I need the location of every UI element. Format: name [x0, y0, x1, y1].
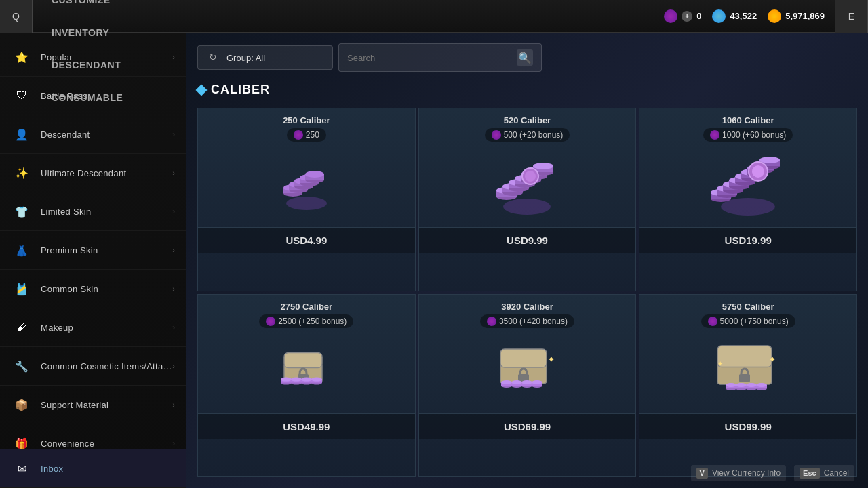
svg-point-106 [726, 383, 736, 387]
currency-value-blue: 43,522 [730, 11, 757, 21]
top-nav: Q ShopBattle PassCustomizeInventoryDesce… [0, 0, 868, 33]
nav-tab-customize[interactable]: Customize [33, 0, 142, 16]
section-diamond-icon [196, 84, 208, 96]
item-visual-5750-caliber: ✦ ✦ [639, 332, 856, 413]
svg-rect-71 [284, 352, 322, 367]
item-card-250-caliber[interactable]: 250 Caliber 250 [197, 108, 416, 291]
item-price-badge-5750-caliber: 5000 (+750 bonus) [701, 314, 795, 328]
item-card-520-caliber[interactable]: 520 Caliber 500 (+20 bonus) [418, 108, 637, 291]
item-card-1060-caliber[interactable]: 1060 Caliber 1000 (+60 bonus) [639, 108, 857, 291]
sidebar-icon-battlepass: 🛡 [11, 85, 33, 106]
nav-tab-inventory[interactable]: Inventory [33, 16, 142, 49]
currency-add-purple[interactable]: + [682, 11, 692, 22]
search-button[interactable]: 🔍 [517, 49, 533, 66]
nav-tab-descendant[interactable]: Descendant [33, 49, 142, 81]
cancel-key: Esc [800, 468, 820, 479]
coin-icon-3920-caliber [487, 317, 496, 326]
item-price-footer-3920-caliber: USD69.99 [419, 413, 636, 439]
sidebar-icon-convenience: 🎁 [11, 432, 33, 449]
svg-rect-103 [739, 374, 750, 382]
section-title: Caliber [211, 83, 270, 97]
item-name-3920-caliber: 3920 Caliber [426, 302, 629, 312]
sidebar-chevron-popular: › [172, 53, 175, 61]
sidebar-icon-premium-skin: 👗 [11, 239, 33, 261]
sidebar-chevron-makeup: › [172, 323, 175, 331]
item-name-520-caliber: 520 Caliber [426, 115, 629, 125]
sidebar-icon-ultimate-descendant: ✨ [11, 162, 33, 184]
svg-point-93 [511, 380, 522, 384]
item-card-top-5750-caliber: 5750 Caliber 5000 (+750 bonus) [639, 295, 856, 332]
refresh-icon: ↻ [209, 52, 221, 64]
sidebar-label-limited-skin: Limited Skin [41, 207, 172, 217]
svg-point-16 [503, 199, 551, 215]
svg-point-99 [532, 380, 542, 384]
search-container: 🔍 [338, 43, 542, 72]
sidebar-item-limited-skin[interactable]: 👕 Limited Skin › [0, 192, 186, 231]
sidebar-item-cosmetic-items[interactable]: 🔧 Common Cosmetic Items/Atta… › [0, 347, 186, 386]
item-card-3920-caliber[interactable]: 3920 Caliber 3500 (+420 bonus) [418, 294, 637, 478]
sidebar-icon-limited-skin: 👕 [11, 201, 33, 222]
sidebar-label-descendant: Descendant [41, 129, 172, 140]
sidebar-item-ultimate-descendant[interactable]: ✨ Ultimate Descendant › [0, 154, 186, 192]
item-price-footer-2750-caliber: USD49.99 [198, 413, 415, 439]
sidebar-label-ultimate-descendant: Ultimate Descendant [41, 168, 172, 178]
svg-point-96 [521, 380, 532, 384]
svg-point-81 [301, 377, 312, 381]
svg-point-15 [305, 171, 324, 178]
currency-blue: 43,522 [712, 9, 757, 23]
sidebar-label-makeup: Makeup [41, 323, 172, 333]
currency-value-gold: 5,971,869 [785, 11, 825, 21]
item-price-badge-2750-caliber: 2500 (+250 bonus) [259, 314, 353, 328]
sidebar-icon-support-material: 📦 [11, 394, 33, 415]
coin-icon-250-caliber [294, 130, 303, 140]
content-area: ↻ Group: All 🔍 Caliber 250 Caliber 250 [186, 33, 868, 488]
group-filter-button[interactable]: ↻ Group: All [197, 45, 333, 70]
item-name-2750-caliber: 2750 Caliber [205, 302, 408, 312]
filter-bar: ↻ Group: All 🔍 [197, 43, 857, 72]
svg-point-75 [281, 377, 292, 381]
item-price-footer-5750-caliber: USD99.99 [639, 413, 856, 439]
item-price-footer-520-caliber: USD9.99 [419, 227, 636, 253]
item-card-2750-caliber[interactable]: 2750 Caliber 2500 (+250 bonus) [197, 294, 416, 478]
inbox-icon: ✉ [11, 458, 33, 479]
item-visual-3920-caliber: ✦ [419, 332, 636, 413]
item-price-footer-1060-caliber: USD19.99 [639, 227, 856, 253]
currency-gold: 5,971,869 [768, 9, 825, 23]
search-input[interactable] [347, 53, 517, 63]
svg-point-90 [501, 380, 512, 384]
nav-right-icon[interactable]: E [835, 0, 868, 33]
sidebar-item-descendant[interactable]: 👤 Descendant › [0, 115, 186, 154]
item-card-top-520-caliber: 520 Caliber 500 (+20 bonus) [419, 108, 636, 146]
sidebar-item-premium-skin[interactable]: 👗 Premium Skin › [0, 231, 186, 270]
cancel-label: Cancel [824, 468, 849, 478]
sidebar-item-inbox[interactable]: ✉ Inbox [0, 449, 186, 488]
sidebar-inbox-section: ✉ Inbox [0, 449, 186, 488]
bottom-bar: V View Currency Info Esc Cancel [677, 458, 868, 488]
currency-icon-purple [664, 9, 677, 23]
sidebar-label-premium-skin: Premium Skin [41, 245, 172, 256]
nav-tabs: ShopBattle PassCustomizeInventoryDescend… [33, 0, 142, 114]
section-header: Caliber [197, 83, 857, 97]
svg-point-39 [525, 171, 536, 182]
currency-value-purple: 0 [696, 11, 701, 21]
sidebar-item-makeup[interactable]: 🖌 Makeup › [0, 308, 186, 347]
coin-icon-520-caliber [492, 130, 501, 140]
item-card-5750-caliber[interactable]: 5750 Caliber 5000 (+750 bonus) [639, 294, 857, 478]
sidebar-chevron-limited-skin: › [172, 207, 175, 216]
nav-left-icon[interactable]: Q [0, 0, 33, 33]
sidebar-item-support-material[interactable]: 📦 Support Material › [0, 386, 186, 424]
item-name-250-caliber: 250 Caliber [205, 115, 408, 125]
item-visual-2750-caliber [198, 332, 415, 413]
svg-point-112 [746, 383, 757, 387]
currency-icon-gold [768, 9, 781, 23]
sidebar-chevron-support-material: › [172, 401, 175, 409]
nav-tab-consumable[interactable]: Consumable [33, 81, 142, 114]
sidebar-label-support-material: Support Material [41, 400, 172, 410]
sidebar-item-common-skin[interactable]: 🎽 Common Skin › [0, 270, 186, 308]
item-name-1060-caliber: 1060 Caliber [646, 115, 850, 125]
cancel-button[interactable]: Esc Cancel [794, 465, 854, 481]
sidebar-item-convenience[interactable]: 🎁 Convenience › [0, 424, 186, 449]
item-card-top-1060-caliber: 1060 Caliber 1000 (+60 bonus) [639, 108, 856, 146]
svg-rect-86 [500, 349, 547, 367]
view-currency-info-button[interactable]: V View Currency Info [691, 465, 787, 481]
